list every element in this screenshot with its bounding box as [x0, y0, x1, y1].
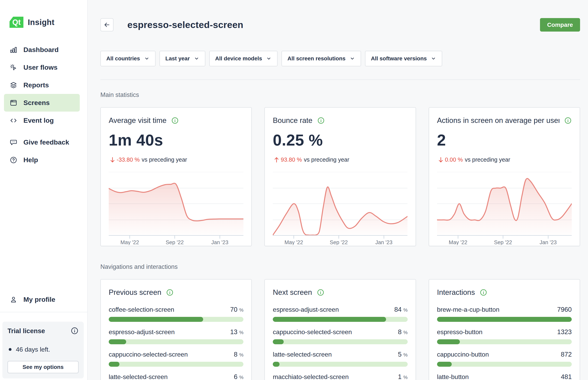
- sidebar-item-give-feedback[interactable]: Give feedback: [4, 133, 80, 151]
- sidebar-item-screens[interactable]: Screens: [4, 94, 80, 112]
- list-item-label: latte-selected-screen: [273, 351, 332, 358]
- list-item-label: brew-me-a-cup-button: [437, 306, 499, 313]
- sidebar-item-label: My profile: [23, 296, 55, 303]
- sidebar-item-help[interactable]: Help: [4, 151, 80, 169]
- compare-button[interactable]: Compare: [540, 18, 580, 32]
- page-header: espresso-selected-screen Compare: [100, 13, 580, 37]
- list-item-text: cappuccino-selected-screen8%: [109, 351, 243, 358]
- info-icon[interactable]: [480, 289, 487, 296]
- trial-status: 46 days left.: [8, 345, 79, 353]
- trial-license-title: Trial license: [8, 327, 45, 335]
- sidebar-item-label: Screens: [23, 99, 50, 107]
- progress-bar: [109, 317, 243, 322]
- list-item-value: 1323: [557, 328, 572, 336]
- list-item-text: brew-me-a-cup-button7960: [437, 306, 572, 313]
- x-axis-label: Sep '22: [330, 239, 348, 245]
- x-axis-label: May '22: [449, 239, 467, 245]
- value-number: 84: [394, 306, 402, 313]
- value-unit: %: [239, 352, 243, 358]
- list-card-header: Next screen: [273, 288, 408, 297]
- list-card: Previous screencoffee-selection-screen70…: [100, 279, 252, 380]
- stat-card: Average visit time1m 40s-33.80 %vs prece…: [100, 107, 252, 246]
- x-axis-label: May '22: [120, 239, 139, 245]
- list-card-title: Previous screen: [109, 288, 161, 297]
- progress-bar: [437, 339, 572, 344]
- chevron-down-icon: [350, 56, 355, 61]
- arrow-up-icon: [273, 156, 280, 164]
- back-button[interactable]: [100, 18, 113, 31]
- sidebar-item-reports[interactable]: Reports: [4, 76, 80, 94]
- filter-all-countries[interactable]: All countries: [100, 51, 156, 66]
- profile-icon: [10, 296, 18, 304]
- filter-last-year[interactable]: Last year: [160, 51, 205, 66]
- list-item-text: cappuccino-selected-screen8%: [273, 328, 408, 336]
- filters: All countriesLast yearAll device modelsA…: [100, 51, 580, 66]
- filter-all-software-versions[interactable]: All software versions: [365, 51, 442, 66]
- sidebar-divider: [0, 312, 87, 312]
- filter-all-screen-resolutions[interactable]: All screen resolutions: [282, 51, 361, 66]
- list-cards: Previous screencoffee-selection-screen70…: [100, 279, 580, 380]
- list-item-text: coffee-selection-screen70%: [109, 306, 243, 313]
- app-logo-label: Insight: [28, 18, 54, 27]
- list-item-label: cappuccino-selected-screen: [273, 328, 352, 336]
- list-item-value: 70%: [230, 306, 243, 313]
- section-navigations: Navigations and interactions: [100, 263, 580, 270]
- list-item-value: 6%: [234, 373, 244, 380]
- list-item-value: 8%: [398, 328, 408, 336]
- value-number: 6: [234, 373, 237, 380]
- filter-label: Last year: [165, 55, 190, 62]
- sidebar-item-user-flows[interactable]: User flows: [4, 58, 80, 76]
- info-icon[interactable]: [71, 327, 79, 335]
- list-item-value: 7960: [557, 306, 572, 313]
- chevron-down-icon: [266, 56, 272, 61]
- list-card-title: Next screen: [273, 288, 312, 297]
- help-icon: [10, 156, 18, 164]
- info-icon[interactable]: [171, 117, 179, 124]
- stat-card-value: 2: [437, 131, 572, 149]
- screens-icon: [10, 99, 18, 107]
- area-chart-svg: May '22Sep '22Jan '23: [437, 172, 572, 245]
- list-item-text: macchiato-selected-screen1%: [273, 373, 408, 380]
- info-icon[interactable]: [317, 289, 324, 296]
- stat-card-delta: 93.80 %vs preceding year: [273, 156, 408, 164]
- list-item: espresso-adjust-screen84%: [273, 306, 408, 322]
- progress-bar-fill: [109, 339, 126, 344]
- list-rows: coffee-selection-screen70%espresso-adjus…: [109, 306, 243, 380]
- progress-bar-fill: [273, 317, 386, 322]
- sidebar-item-label: Give feedback: [23, 138, 69, 146]
- list-item: cappuccino-selected-screen8%: [109, 351, 243, 367]
- section-main-statistics: Main statistics: [100, 91, 580, 98]
- progress-bar: [437, 317, 572, 322]
- info-icon[interactable]: [564, 117, 572, 124]
- info-icon[interactable]: [317, 117, 325, 124]
- trial-license-card: Trial license 46 days left. See my optio…: [2, 322, 84, 379]
- sidebar-item-dashboard[interactable]: Dashboard: [4, 41, 80, 58]
- list-item-value: 13%: [230, 328, 243, 336]
- info-icon[interactable]: [166, 289, 174, 296]
- list-card: Interactionsbrew-me-a-cup-button7960espr…: [429, 279, 580, 380]
- bullet-icon: [9, 348, 12, 351]
- filter-label: All countries: [106, 55, 140, 62]
- list-card-header: Previous screen: [109, 288, 243, 297]
- delta-suffix: vs preceding year: [304, 156, 349, 163]
- list-item-label: espresso-button: [437, 328, 482, 336]
- value-number: 8: [234, 351, 237, 358]
- list-item-text: espresso-button1323: [437, 328, 572, 336]
- filter-all-device-models[interactable]: All device models: [209, 51, 278, 66]
- sidebar-item-my-profile[interactable]: My profile: [4, 291, 80, 308]
- x-axis-label: Jan '23: [540, 239, 557, 245]
- list-item-label: espresso-adjust-screen: [273, 306, 339, 313]
- x-axis-label: Jan '23: [375, 239, 392, 245]
- see-my-options-button[interactable]: See my options: [8, 361, 79, 373]
- x-axis-label: May '22: [285, 239, 303, 245]
- user-flows-icon: [10, 63, 18, 72]
- trial-days-left: 46 days left.: [16, 345, 50, 353]
- trend-chart: May '22Sep '22Jan '23: [273, 172, 408, 245]
- qt-logo-icon: Qt: [10, 17, 23, 28]
- sidebar-nav: DashboardUser flowsReportsScreensEvent l…: [0, 41, 87, 169]
- list-item: cappuccino-selected-screen8%: [273, 328, 408, 344]
- list-item: macchiato-selected-screen1%: [273, 373, 408, 380]
- sidebar-item-event-log[interactable]: Event log: [4, 112, 80, 129]
- delta-value: 0.00 %: [445, 156, 463, 163]
- progress-bar-fill: [109, 317, 203, 322]
